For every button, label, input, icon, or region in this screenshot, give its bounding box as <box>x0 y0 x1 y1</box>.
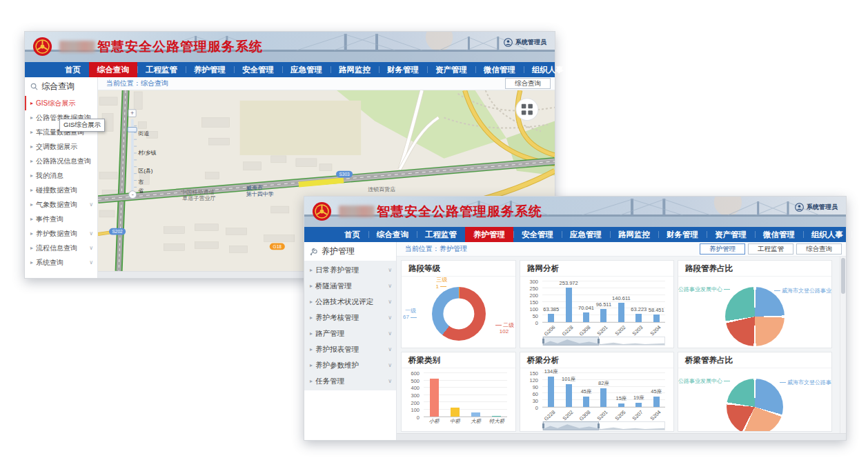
censored-prefix <box>59 41 95 52</box>
bar <box>492 416 501 417</box>
chevron-down-icon: ∨ <box>388 299 392 305</box>
chevron-down-icon: ∨ <box>388 362 392 368</box>
user-menu[interactable]: 系统管理员 <box>795 203 838 212</box>
window-maintenance: 智慧安全公路管理服务系统 系统管理员 首页 综合查询 工程监管 养护管理 安全管… <box>304 196 847 441</box>
nav-system-maintenance[interactable]: 系统维护 <box>851 227 868 242</box>
nav-safety[interactable]: 安全管理 <box>513 227 562 242</box>
chevron-down-icon: ∨ <box>89 230 93 237</box>
bar <box>430 379 439 417</box>
road-grade-donut-chart: 三级1二级102一级67 <box>402 277 515 348</box>
nav-network-monitor[interactable]: 路网监控 <box>610 227 658 242</box>
sidebar-item-daily-maintenance[interactable]: ▸日常养护管理∨ <box>304 262 396 278</box>
arrow-icon: ▸ <box>310 315 313 321</box>
arrow-icon: ▸ <box>30 201 33 208</box>
sidebar-item-bridge-tunnel[interactable]: ▸桥隧涵管理∨ <box>304 278 396 294</box>
arrow-icon: ▸ <box>310 330 313 337</box>
datazoom-slider[interactable] <box>542 337 665 346</box>
arrow-icon: ▸ <box>30 230 33 237</box>
app-header: 智慧安全公路管理服务系统 系统管理员 <box>25 32 555 62</box>
sidebar-item-gis[interactable]: ▸GIS综合展示 <box>25 96 97 110</box>
sidebar-item-condition-assessment[interactable]: ▸公路技术状况评定∨ <box>304 294 396 310</box>
corner-tab-query[interactable]: 综合查询 <box>796 243 842 255</box>
arrow-icon: ▸ <box>30 172 33 179</box>
nav-system-maintenance[interactable]: 系统维护 <box>572 62 620 77</box>
map-layers-button[interactable] <box>516 99 538 121</box>
nav-emergency[interactable]: 应急管理 <box>562 227 610 242</box>
arrow-icon: ▸ <box>30 129 33 135</box>
nav-hr[interactable]: 组织人事 <box>803 227 851 242</box>
arrow-icon: ▸ <box>310 346 313 352</box>
sidebar-item[interactable]: ▸系统查询∨ <box>25 255 97 270</box>
nav-finance[interactable]: 财务管理 <box>379 62 427 77</box>
nav-maintenance[interactable]: 养护管理 <box>186 62 234 77</box>
arrow-icon: ▸ <box>30 100 33 106</box>
nav-assets[interactable]: 资产管理 <box>707 227 755 242</box>
bar <box>583 397 589 407</box>
nav-wechat[interactable]: 微信管理 <box>475 62 524 77</box>
scrollbar[interactable] <box>840 257 846 433</box>
nav-assets[interactable]: 资产管理 <box>427 62 475 77</box>
nav-comprehensive-query[interactable]: 综合查询 <box>89 62 137 77</box>
corner-tab-query[interactable]: 综合查询 <box>505 78 551 89</box>
zoom-out-button[interactable]: - <box>132 191 134 198</box>
arrow-icon: ▸ <box>30 216 33 222</box>
sidebar-item-road-property[interactable]: ▸路产管理∨ <box>304 326 396 341</box>
bar <box>653 397 660 407</box>
nav-finance[interactable]: 财务管理 <box>658 227 707 242</box>
zoom-slider-handle[interactable] <box>128 127 137 132</box>
nav-hr[interactable]: 组织人事 <box>524 62 572 77</box>
chevron-down-icon: ∨ <box>89 245 93 251</box>
pie-label: 三级1 <box>436 277 448 290</box>
nav-comprehensive-query[interactable]: 综合查询 <box>368 227 417 242</box>
sidebar-item[interactable]: ▸我的消息 <box>25 168 97 183</box>
nav-home[interactable]: 首页 <box>336 227 368 242</box>
arrow-icon: ▸ <box>310 362 313 368</box>
svg-text:街道: 街道 <box>138 130 149 137</box>
sidebar-item[interactable]: ▸养护数据查询∨ <box>25 226 97 241</box>
app-title: 智慧安全公路管理服务系统 <box>377 203 542 221</box>
pie-label: 公路事业发展中心 <box>678 378 731 385</box>
sidebar-item-reports[interactable]: ▸养护报表管理∨ <box>304 341 396 357</box>
svg-text:G18: G18 <box>273 244 282 249</box>
pie <box>725 287 785 346</box>
nav-home[interactable]: 首页 <box>57 62 89 77</box>
panel-title: 桥梁管养占比 <box>678 352 831 368</box>
nav-maintenance[interactable]: 养护管理 <box>465 227 513 242</box>
pie-label: 二级102 <box>494 322 514 335</box>
nav-project-supervision[interactable]: 工程监管 <box>137 62 186 77</box>
sidebar-item[interactable]: ▸公路路况信息查询 <box>25 154 97 168</box>
sidebar-item-assessment-mgmt[interactable]: ▸养护考核管理∨ <box>304 310 396 326</box>
svg-text:区(县): 区(县) <box>138 168 153 174</box>
window-footer <box>397 433 846 440</box>
nav-project-supervision[interactable]: 工程监管 <box>417 227 465 242</box>
sidebar-item-tasks[interactable]: ▸任务管理∨ <box>304 373 396 389</box>
sidebar-item[interactable]: ▸交调数据展示 <box>25 139 97 154</box>
user-name: 系统管理员 <box>515 38 546 47</box>
breadcrumb: 当前位置：养护管理 养护管理 工程监管 综合查询 <box>397 242 846 257</box>
nav-wechat[interactable]: 微信管理 <box>755 227 803 242</box>
sidebar-item[interactable]: ▸流程信息查询∨ <box>25 241 97 255</box>
chevron-down-icon: ∨ <box>388 267 392 273</box>
nav-network-monitor[interactable]: 路网监控 <box>331 62 379 77</box>
svg-text:S202: S202 <box>112 229 123 234</box>
sidebar-items: ▸日常养护管理∨ ▸桥隧涵管理∨ ▸公路技术状况评定∨ ▸养护考核管理∨ ▸路产… <box>304 261 396 390</box>
panel-road-maintain-share: 路段管养占比 威海市文登公路事业威海市公路事业发展山公路事业发展中心公路事业发展… <box>678 260 832 348</box>
sidebar-item[interactable]: ▸气象数据查询∨ <box>25 197 97 212</box>
panel-road-grade: 路段等级 三级1二级102一级67 <box>401 260 516 348</box>
corner-tab-maintenance[interactable]: 养护管理 <box>700 243 745 255</box>
bridge-maintain-share-pie-chart: 威海市文登公路事威海市公路事业发展公路事业发展中心公路事业发展中心 <box>678 368 831 432</box>
pie-label: 公路事业发展中心 <box>678 286 731 293</box>
bridge-analysis-bar-chart: 0306090120150134座101座45座82座15座19座45座G228… <box>520 368 673 432</box>
user-menu[interactable]: 系统管理员 <box>504 38 546 47</box>
scrollbar-thumb[interactable] <box>841 258 845 294</box>
bridge-category-bar-chart: 0100200300400500600小桥中桥大桥特大桥 <box>402 368 515 432</box>
corner-tab-supervision[interactable]: 工程监管 <box>748 243 793 255</box>
nav-safety[interactable]: 安全管理 <box>234 62 282 77</box>
sidebar-item-parameters[interactable]: ▸养护参数维护∨ <box>304 357 396 373</box>
sidebar-item[interactable]: ▸碰撞数据查询 <box>25 183 97 197</box>
zoom-in-button[interactable]: + <box>130 110 134 117</box>
nav-emergency[interactable]: 应急管理 <box>282 62 331 77</box>
datazoom-slider[interactable] <box>542 421 665 430</box>
sidebar-item[interactable]: ▸事件查询 <box>25 212 97 226</box>
arrow-icon: ▸ <box>30 187 33 193</box>
